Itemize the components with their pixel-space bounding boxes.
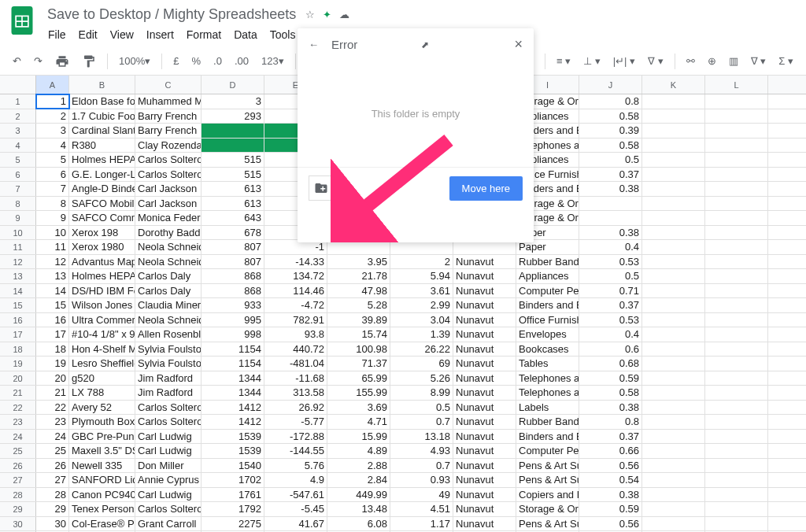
cell[interactable]: 0.53: [579, 313, 642, 327]
cell[interactable]: [705, 327, 768, 342]
cell[interactable]: Binders and Binc: [516, 430, 579, 444]
cell[interactable]: Computer Periph: [516, 444, 579, 458]
cell[interactable]: 3: [36, 124, 69, 138]
cell[interactable]: Holmes HEPA A: [69, 269, 135, 283]
row-header[interactable]: 11: [0, 240, 36, 254]
cell[interactable]: [705, 444, 768, 458]
cell[interactable]: 4.9: [264, 473, 327, 487]
cell[interactable]: [642, 488, 705, 502]
cell[interactable]: Hon 4-Shelf Met: [69, 342, 135, 357]
cell[interactable]: 19: [36, 357, 69, 371]
cell[interactable]: Computer Periph: [516, 284, 579, 298]
cell[interactable]: 0.6: [579, 342, 642, 357]
cell[interactable]: 0.59: [579, 371, 642, 386]
cell[interactable]: [705, 517, 768, 531]
cell[interactable]: 2: [390, 255, 453, 269]
cell[interactable]: Avery 52: [69, 401, 135, 415]
cell[interactable]: #10-4 1/8" x 9 1/: [69, 327, 135, 342]
increase-decimal[interactable]: .00: [230, 52, 253, 70]
cell[interactable]: 0.5: [390, 401, 453, 415]
cell[interactable]: Nunavut: [453, 444, 516, 458]
cell[interactable]: Telephones and: [516, 371, 579, 386]
cell[interactable]: 3.61: [390, 284, 453, 298]
row-header[interactable]: 12: [0, 255, 36, 269]
cell[interactable]: Clay Rozendal: [135, 139, 202, 153]
cell[interactable]: [642, 415, 705, 429]
row-header[interactable]: 2: [0, 109, 36, 124]
cell[interactable]: [642, 284, 705, 298]
cell[interactable]: Carl Ludwig: [135, 488, 202, 502]
cell[interactable]: 21: [36, 386, 69, 400]
cell[interactable]: [705, 284, 768, 298]
cell[interactable]: [579, 197, 642, 211]
row-header[interactable]: 29: [0, 502, 36, 516]
cell[interactable]: 0.66: [579, 444, 642, 458]
cell[interactable]: 4.51: [390, 502, 453, 516]
cell[interactable]: Carlos Soltero: [135, 502, 202, 516]
cell[interactable]: [705, 255, 768, 269]
cell[interactable]: [705, 459, 768, 473]
row-header[interactable]: 17: [0, 327, 36, 342]
cell[interactable]: Tenex Personal: [69, 502, 135, 516]
cell[interactable]: 868: [202, 269, 264, 283]
cell[interactable]: -547.61: [264, 488, 327, 502]
cell[interactable]: [705, 371, 768, 386]
functions-icon[interactable]: Σ ▾: [774, 52, 798, 70]
cell[interactable]: [705, 94, 768, 109]
row-header[interactable]: 28: [0, 488, 36, 502]
cell[interactable]: [705, 168, 768, 182]
cell[interactable]: 0.59: [579, 502, 642, 516]
cell[interactable]: Monica Federle: [135, 211, 202, 225]
cell[interactable]: Nunavut: [453, 473, 516, 487]
cell[interactable]: Office Furnishing: [516, 313, 579, 327]
menu-format[interactable]: Format: [181, 25, 227, 44]
cell[interactable]: 0.38: [579, 488, 642, 502]
cell[interactable]: [642, 342, 705, 357]
cell[interactable]: -5.45: [264, 502, 327, 516]
cell[interactable]: [642, 386, 705, 400]
row-header[interactable]: 4: [0, 139, 36, 153]
cell[interactable]: Carlos Soltero: [135, 401, 202, 415]
cell[interactable]: Nunavut: [453, 255, 516, 269]
cell[interactable]: [705, 211, 768, 225]
cell[interactable]: 155.99: [327, 386, 390, 400]
cell[interactable]: 5.28: [327, 298, 390, 312]
cell[interactable]: 0.39: [579, 124, 642, 138]
menu-edit[interactable]: Edit: [73, 25, 103, 44]
cell[interactable]: Nunavut: [453, 488, 516, 502]
cell[interactable]: 2.99: [390, 298, 453, 312]
cell[interactable]: 134.72: [264, 269, 327, 283]
row-header[interactable]: 7: [0, 182, 36, 196]
cell[interactable]: 1.7 Cubic Foot C: [69, 109, 135, 124]
cell[interactable]: [705, 473, 768, 487]
cell[interactable]: Nunavut: [453, 459, 516, 473]
col-header-B[interactable]: B: [69, 76, 135, 94]
star-icon[interactable]: ☆: [305, 9, 315, 20]
link-icon[interactable]: ⚯: [682, 52, 700, 70]
cell[interactable]: [705, 415, 768, 429]
cell[interactable]: 25: [36, 444, 69, 458]
cell[interactable]: 1412: [202, 415, 264, 429]
cell[interactable]: 449.99: [327, 488, 390, 502]
cell[interactable]: 47.98: [327, 284, 390, 298]
cell[interactable]: 807: [202, 255, 264, 269]
cell[interactable]: Appliances: [516, 269, 579, 283]
v-align-icon[interactable]: ⊥ ▾: [579, 52, 605, 70]
cell[interactable]: [642, 240, 705, 254]
cell[interactable]: Newell 335: [69, 459, 135, 473]
cell[interactable]: 93.8: [264, 327, 327, 342]
menu-tools[interactable]: Tools: [264, 25, 301, 44]
cell[interactable]: G.E. Longer-Life: [69, 168, 135, 182]
cell[interactable]: 1540: [202, 459, 264, 473]
cell[interactable]: 26.22: [390, 342, 453, 357]
cell[interactable]: [202, 124, 264, 138]
cell[interactable]: Canon PC940 C: [69, 488, 135, 502]
menu-insert[interactable]: Insert: [141, 25, 179, 44]
cell[interactable]: 13: [36, 269, 69, 283]
cell[interactable]: 0.54: [579, 473, 642, 487]
col-header-D[interactable]: D: [202, 76, 264, 94]
cell[interactable]: 6.08: [327, 517, 390, 531]
cell[interactable]: [642, 168, 705, 182]
cell[interactable]: Bookcases: [516, 342, 579, 357]
cell[interactable]: Tables: [516, 357, 579, 371]
